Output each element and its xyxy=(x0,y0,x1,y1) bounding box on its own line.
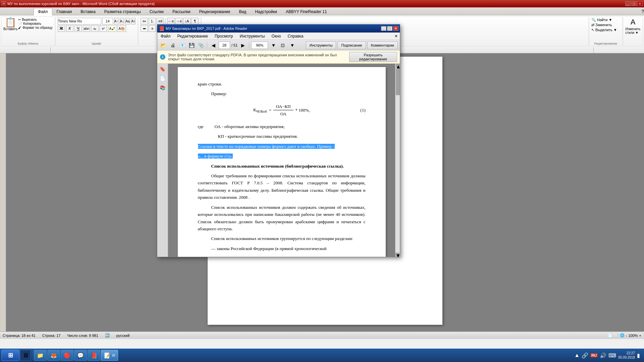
pdf-comments-btn[interactable]: Комментарии xyxy=(367,41,398,49)
start-button[interactable]: ⊞ xyxy=(1,350,19,361)
tab-abbyy[interactable]: ABBYY FineReader 11 xyxy=(281,8,331,15)
align-center-button[interactable]: ≡ xyxy=(149,25,156,32)
pdf-fit-button[interactable]: ⊡ xyxy=(279,41,287,49)
pdf-zoom-input[interactable] xyxy=(251,42,268,49)
pdf-pages-button[interactable]: 📄 xyxy=(159,74,167,82)
pdf-layers-button[interactable]: 📚 xyxy=(159,84,167,92)
align-left-button[interactable]: ⬅ xyxy=(141,25,148,32)
pdf-scrollbar[interactable]: ▲ ▼ xyxy=(395,64,400,257)
pdf-scroll-down-button[interactable]: ▼ xyxy=(395,253,399,257)
pdf-allow-edit-button[interactable]: Разрешить редактирование xyxy=(349,52,397,62)
minimize-button[interactable]: _ xyxy=(625,1,631,6)
taskbar-item-word[interactable]: 📝 W xyxy=(101,350,118,361)
pdf-zoom-dropdown-button[interactable]: ▼ xyxy=(269,41,277,49)
tray-show-desktop-icon[interactable]: ▮ xyxy=(637,352,640,359)
pdf-content-area[interactable]: краю строки. Пример: КЧОБоб = ОА−КП ОА *… xyxy=(168,64,395,257)
view-print-icon[interactable]: 📄 xyxy=(608,333,612,338)
tab-home[interactable]: Главная xyxy=(52,8,76,15)
pdf-maximize-button[interactable]: □ xyxy=(387,26,392,31)
tab-file[interactable]: Файл xyxy=(34,8,52,15)
pdf-email-button[interactable]: 📧 xyxy=(178,41,186,49)
view-fullscreen-icon[interactable]: ⬜ xyxy=(614,333,619,338)
font-clear-button[interactable]: Aa xyxy=(125,18,130,24)
pdf-minimize-button[interactable]: _ xyxy=(381,26,386,31)
pdf-print-button[interactable]: 🖨 xyxy=(169,41,177,49)
taskbar-item-explorer[interactable]: 📁 xyxy=(34,350,47,361)
decrease-indent-button[interactable]: ←≡ xyxy=(167,18,174,24)
tab-insert[interactable]: Вставка xyxy=(76,8,100,15)
select-button[interactable]: ↖ Выделить ▼ xyxy=(591,28,620,32)
view-zoom-in-icon[interactable]: + xyxy=(639,334,641,338)
bold-button[interactable]: Ж xyxy=(58,25,65,32)
cut-button[interactable]: ✂ Вырезать xyxy=(18,18,52,21)
pdf-menu-window[interactable]: Окно xyxy=(270,33,282,39)
pdf-close-button[interactable]: ✕ xyxy=(393,26,398,31)
strikethrough-button[interactable]: abn xyxy=(83,25,90,32)
show-hide-button[interactable]: ¶ xyxy=(191,18,199,24)
font-grow-button[interactable]: A↑ xyxy=(114,18,119,24)
pdf-menu-help[interactable]: Справка xyxy=(286,33,305,39)
pdf-scrollbar-thumb[interactable] xyxy=(396,68,400,95)
format-painter-button[interactable]: 🖌 Формат по образцу xyxy=(18,26,52,29)
tray-ime-icon[interactable]: ⌨ xyxy=(608,352,616,359)
font-shrink-button[interactable]: A↓ xyxy=(120,18,124,24)
ribbon-tabs: Файл Главная Вставка Разметка страницы С… xyxy=(0,7,644,15)
maximize-button[interactable]: □ xyxy=(631,1,637,6)
pdf-tools-btn[interactable]: Инструменты xyxy=(306,41,336,49)
paste-button[interactable]: 📋 Вставить xyxy=(3,18,17,41)
pdf-close-x[interactable]: ✕ xyxy=(394,34,398,39)
tab-addins[interactable]: Надстройки xyxy=(251,8,281,15)
font-size-input[interactable] xyxy=(102,18,113,24)
taskbar-item-app3[interactable]: 🔴 xyxy=(61,350,73,361)
taskbar-item-firefox[interactable]: 🦊 xyxy=(47,350,60,361)
superscript-button[interactable]: x² xyxy=(100,25,107,32)
char-spacing-button[interactable]: A⌇ xyxy=(131,18,136,24)
find-button[interactable]: 🔍 Найти ▼ xyxy=(591,18,620,22)
pdf-scroll-up-button[interactable]: ▲ xyxy=(396,64,400,68)
pdf-next-page-button[interactable]: ▶ xyxy=(239,41,247,49)
pdf-open-button[interactable]: 📂 xyxy=(159,41,167,49)
change-styles-button[interactable]: A xyxy=(631,18,636,26)
pdf-menu-view[interactable]: Просмотр xyxy=(213,33,234,39)
pdf-attach-button[interactable]: 📎 xyxy=(197,41,205,49)
subscript-button[interactable]: x₂ xyxy=(91,25,99,32)
close-button[interactable]: ✕ xyxy=(637,1,643,6)
multilevel-button[interactable]: ≡# xyxy=(157,18,164,24)
system-clock[interactable]: 22:27 05.09.2018 xyxy=(618,351,635,360)
increase-indent-button[interactable]: →≡ xyxy=(175,18,182,24)
tray-show-hidden[interactable]: ▲ xyxy=(574,352,580,358)
view-zoom-out-icon[interactable]: - xyxy=(626,334,627,338)
view-web-icon[interactable]: 🌐 xyxy=(620,333,625,338)
tab-page-layout[interactable]: Разметка страницы xyxy=(100,8,145,15)
tray-volume-icon[interactable]: 🔊 xyxy=(600,352,606,359)
underline-button[interactable]: Ч xyxy=(74,25,82,32)
pdf-fit-options-button[interactable]: ▼ xyxy=(288,41,296,49)
pdf-menu-edit[interactable]: Редактирование xyxy=(176,33,209,39)
copy-button[interactable]: 📄 Копировать xyxy=(18,22,52,25)
tab-view[interactable]: Вид xyxy=(234,8,251,15)
show-desktop-button[interactable]: 🖥 xyxy=(20,350,31,361)
tray-lang-indicator[interactable]: RU xyxy=(590,353,598,357)
text-highlight-button[interactable]: A🖍 xyxy=(108,25,116,32)
font-name-input[interactable] xyxy=(58,18,101,24)
help-icon[interactable]: ? xyxy=(641,9,644,14)
pdf-sign-btn[interactable]: Подписание xyxy=(337,41,366,49)
taskbar-item-acrobat[interactable]: 📕 xyxy=(88,350,100,361)
numbering-button[interactable]: 1. xyxy=(149,18,156,24)
bullets-button[interactable]: ≡• xyxy=(141,18,148,24)
pdf-page-input[interactable] xyxy=(219,42,230,49)
pdf-menu-tools[interactable]: Инструменты xyxy=(238,33,266,39)
replace-button[interactable]: ⇄ Заменить xyxy=(591,23,620,27)
pdf-save-button[interactable]: 💾 xyxy=(187,41,196,49)
tab-references[interactable]: Ссылки xyxy=(145,8,168,15)
italic-button[interactable]: К xyxy=(66,25,73,32)
font-color-button[interactable]: A🎨 xyxy=(117,25,126,32)
tab-review[interactable]: Рецензирование xyxy=(195,8,235,15)
pdf-menu-file[interactable]: Файл xyxy=(159,33,172,39)
tray-network-icon[interactable]: 🔗 xyxy=(582,352,588,359)
pdf-prev-page-button[interactable]: ◀ xyxy=(209,41,217,49)
taskbar-item-skype[interactable]: 💬 xyxy=(74,350,87,361)
pdf-bookmarks-button[interactable]: 🔖 xyxy=(159,65,167,73)
sort-button[interactable]: ↕A xyxy=(183,18,191,24)
tab-mailings[interactable]: Рассылки xyxy=(168,8,195,15)
